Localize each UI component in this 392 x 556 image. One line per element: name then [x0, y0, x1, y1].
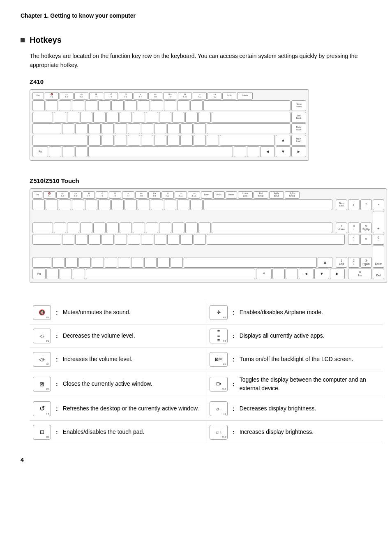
- key-h[interactable]: [128, 123, 140, 134]
- z5-key-backslash[interactable]: [212, 222, 332, 233]
- key-ralt[interactable]: [234, 146, 246, 157]
- key-s[interactable]: [75, 123, 88, 134]
- key-semicolon[interactable]: [180, 123, 193, 134]
- key-enter[interactable]: [207, 123, 291, 134]
- key-p[interactable]: [172, 112, 184, 123]
- z5-key-h[interactable]: [128, 234, 140, 245]
- key-backspace[interactable]: [203, 100, 291, 111]
- z5-np-star[interactable]: *: [360, 199, 372, 210]
- z5-np6[interactable]: 6→: [373, 234, 384, 245]
- key-equals[interactable]: [190, 100, 203, 111]
- z5-key-lalt[interactable]: [73, 269, 85, 279]
- key-u[interactable]: [133, 112, 145, 123]
- z5-key-f6[interactable]: ⊡F6: [109, 191, 121, 199]
- key-k[interactable]: [154, 123, 166, 134]
- z5-key-pgup[interactable]: PgUpScrLk: [269, 191, 284, 199]
- key-end-break[interactable]: EndBreak: [291, 112, 306, 123]
- z5-key-y[interactable]: [120, 222, 132, 233]
- key-9[interactable]: [151, 100, 163, 111]
- key-pgup-sclk[interactable]: PgUpScrLk: [291, 123, 306, 134]
- z5-key-4[interactable]: [85, 199, 97, 210]
- key-a[interactable]: [62, 123, 74, 134]
- z5-key-quote[interactable]: [194, 234, 206, 245]
- z5-np2[interactable]: 2↓: [348, 257, 360, 268]
- z5-np1[interactable]: 1End: [336, 257, 347, 268]
- z5-key-f3[interactable]: ◁+F3: [69, 191, 82, 199]
- z5-np-plus[interactable]: +: [373, 211, 384, 233]
- z5-key-up[interactable]: ▲: [318, 257, 332, 268]
- z5-key-p[interactable]: [172, 222, 184, 233]
- z5-np8[interactable]: 8↑: [348, 222, 360, 233]
- z5-key-prtsc[interactable]: PrtSc: [213, 191, 225, 199]
- z5-np-minus[interactable]: -: [373, 199, 384, 210]
- key-f4[interactable]: ⊠F4: [89, 92, 103, 100]
- key-d[interactable]: [88, 123, 101, 134]
- z5-np0[interactable]: 0Ins: [348, 269, 372, 279]
- z5-key-lctrl[interactable]: [46, 269, 59, 279]
- key-6[interactable]: [111, 100, 124, 111]
- key-backtick[interactable]: [32, 100, 45, 111]
- key-z[interactable]: [88, 135, 101, 146]
- z5-key-rshift[interactable]: [184, 257, 317, 268]
- z5-key-semicolon[interactable]: [180, 234, 193, 245]
- z5-np4[interactable]: 4←: [348, 234, 360, 245]
- z5-np-enter[interactable]: Enter: [373, 246, 384, 268]
- key-f[interactable]: [101, 123, 114, 134]
- key-pgdn-ins[interactable]: PgDnInsert: [291, 135, 306, 146]
- key-e[interactable]: [80, 112, 92, 123]
- z5-key-lwin[interactable]: [60, 269, 72, 279]
- z5-key-left[interactable]: ◄: [299, 269, 314, 279]
- key-b[interactable]: [141, 135, 153, 146]
- key-f7[interactable]: +F7: [134, 92, 148, 100]
- key-r[interactable]: [93, 112, 106, 123]
- key-i[interactable]: [146, 112, 158, 123]
- z5-key-del[interactable]: Delete: [226, 191, 237, 199]
- z5-key-g[interactable]: [115, 234, 127, 245]
- z5-key-backspace[interactable]: [203, 199, 332, 210]
- z5-key-f5[interactable]: ↺F5: [96, 191, 108, 199]
- z5-key-5[interactable]: [98, 199, 111, 210]
- z5-key-3[interactable]: [72, 199, 84, 210]
- key-f12[interactable]: ☼+F12: [208, 92, 221, 100]
- z5-key-l[interactable]: [167, 234, 180, 245]
- key-lshift[interactable]: [32, 135, 88, 146]
- z5-key-i[interactable]: [146, 222, 158, 233]
- z5-key-z[interactable]: [52, 257, 65, 268]
- key-3[interactable]: [72, 100, 84, 111]
- z5-key-6[interactable]: [111, 199, 124, 210]
- z5-np-slash[interactable]: /: [348, 199, 360, 210]
- z5-np3[interactable]: 3PgDn: [360, 257, 372, 268]
- z5-key-u[interactable]: [133, 222, 145, 233]
- z5-key-j[interactable]: [141, 234, 153, 245]
- key-capslock[interactable]: [32, 123, 61, 134]
- key-backslash[interactable]: [212, 112, 291, 123]
- key-rctrl[interactable]: [247, 146, 259, 157]
- key-q[interactable]: [54, 112, 66, 123]
- key-home-pause[interactable]: HomePause: [291, 100, 306, 111]
- key-7[interactable]: [125, 100, 137, 111]
- z5-key-f8[interactable]: ≡≡F8: [135, 191, 148, 199]
- z5-key-f7[interactable]: +F7: [122, 191, 134, 199]
- z5-key-w[interactable]: [67, 222, 79, 233]
- z5-key-rctrl[interactable]: [286, 269, 298, 279]
- key-quote[interactable]: [194, 123, 206, 134]
- key-down[interactable]: ▼: [276, 146, 291, 157]
- z5-key-capslock[interactable]: [32, 234, 61, 245]
- key-prtsc[interactable]: PrtSc: [222, 92, 236, 100]
- key-lalt[interactable]: [75, 146, 88, 157]
- z5-key-f4[interactable]: ⊠F4: [83, 191, 95, 199]
- key-comma[interactable]: [180, 135, 193, 146]
- key-l[interactable]: [167, 123, 180, 134]
- z5-key-n[interactable]: [118, 257, 130, 268]
- z5-key-2[interactable]: [59, 199, 71, 210]
- key-g[interactable]: [115, 123, 127, 134]
- key-delete[interactable]: Delete: [237, 92, 253, 100]
- z5-key-enter[interactable]: [207, 234, 345, 245]
- key-4[interactable]: [85, 100, 97, 111]
- key-j[interactable]: [141, 123, 153, 134]
- z5-key-d[interactable]: [88, 234, 101, 245]
- key-y[interactable]: [120, 112, 132, 123]
- key-1[interactable]: [46, 100, 58, 111]
- z5-key-t[interactable]: [106, 222, 119, 233]
- key-fn[interactable]: Fn: [32, 146, 48, 157]
